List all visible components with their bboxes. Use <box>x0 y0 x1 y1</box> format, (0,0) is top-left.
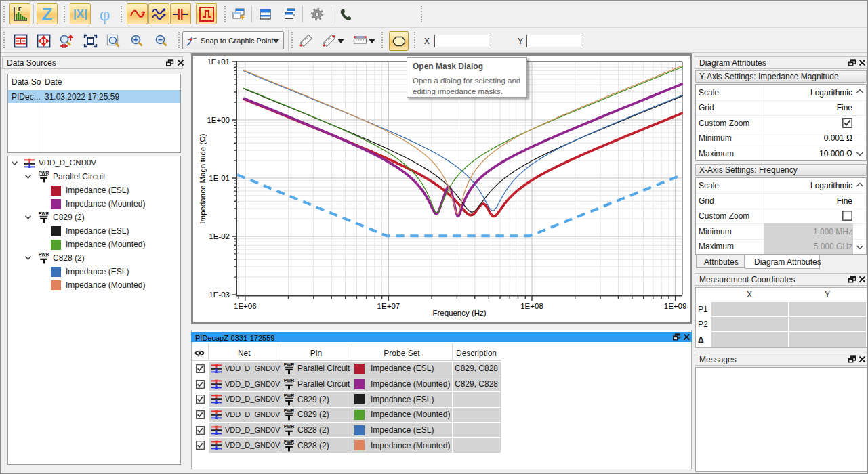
svg-text:1E+09: 1E+09 <box>664 302 687 310</box>
svg-text:1E-01: 1E-01 <box>209 174 230 182</box>
svg-text:PWR: PWR <box>39 252 49 257</box>
svg-text:Impedance Magnitude (Ω): Impedance Magnitude (Ω) <box>199 133 207 223</box>
svg-text:1E+01: 1E+01 <box>207 58 230 66</box>
svg-text:PWR: PWR <box>284 424 295 429</box>
svg-text:PWR: PWR <box>284 393 295 398</box>
svg-text:PWR: PWR <box>284 378 295 383</box>
svg-text:1E+08: 1E+08 <box>520 302 543 310</box>
svg-text:1E-02: 1E-02 <box>209 232 230 240</box>
svg-text:F: F <box>18 6 22 12</box>
svg-text:PWR: PWR <box>284 408 295 413</box>
svg-text:1E+06: 1E+06 <box>234 302 257 310</box>
svg-text:1E+07: 1E+07 <box>377 302 400 310</box>
svg-text:PWR: PWR <box>39 211 49 216</box>
svg-text:PWR: PWR <box>39 171 49 175</box>
svg-text:PWR: PWR <box>284 362 295 367</box>
svg-text:1E-03: 1E-03 <box>209 290 230 299</box>
svg-text:PWR: PWR <box>284 439 295 444</box>
svg-text:Frequency (Hz): Frequency (Hz) <box>432 309 486 317</box>
svg-text:1E+00: 1E+00 <box>207 116 230 124</box>
